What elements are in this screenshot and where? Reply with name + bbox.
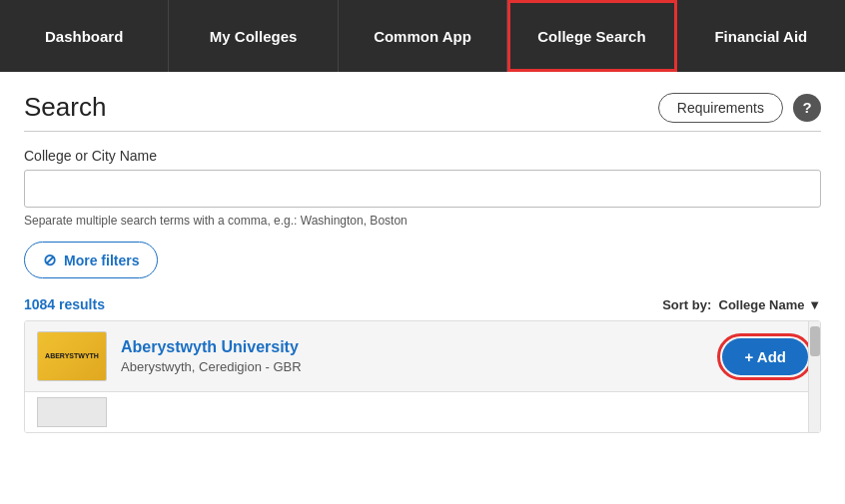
tab-financial-aid[interactable]: Financial Aid [677, 0, 845, 72]
search-field-label: College or City Name [24, 148, 821, 164]
college-logo: ABERYSTWYTH [37, 331, 107, 381]
results-list: ABERYSTWYTH Aberystwyth University Abery… [24, 320, 821, 433]
main-content: Search Requirements ? College or City Na… [0, 72, 845, 453]
table-row [25, 392, 820, 432]
college-info: Aberystwyth University Aberystwyth, Cere… [121, 338, 708, 374]
college-location: Aberystwyth, Ceredigion - GBR [121, 359, 708, 374]
logo-text: ABERYSTWYTH [45, 352, 99, 360]
search-header: Search Requirements ? [24, 92, 821, 123]
search-hint: Separate multiple search terms with a co… [24, 214, 821, 228]
college-logo-placeholder [37, 397, 107, 427]
filter-icon: ⊘ [43, 251, 56, 269]
scrollbar-track[interactable] [808, 321, 820, 432]
filters-label: More filters [64, 252, 139, 268]
sort-by[interactable]: Sort by: College Name ▼ [662, 297, 821, 312]
tab-my-colleges[interactable]: My Colleges [169, 0, 338, 72]
scrollbar-thumb [810, 326, 820, 356]
tab-common-app[interactable]: Common App [339, 0, 507, 72]
results-count: 1084 results [24, 296, 105, 312]
table-row: ABERYSTWYTH Aberystwyth University Abery… [25, 321, 820, 392]
results-bar: 1084 results Sort by: College Name ▼ [24, 296, 821, 312]
tab-dashboard[interactable]: Dashboard [0, 0, 169, 72]
sort-value: College Name [719, 297, 805, 312]
help-button[interactable]: ? [793, 94, 821, 122]
add-college-button[interactable]: + Add [722, 338, 808, 375]
tab-college-search[interactable]: College Search [507, 0, 676, 72]
search-input[interactable] [24, 170, 821, 208]
top-nav: Dashboard My Colleges Common App College… [0, 0, 845, 72]
sort-chevron-icon: ▼ [808, 297, 821, 312]
more-filters-button[interactable]: ⊘ More filters [24, 242, 158, 278]
college-name: Aberystwyth University [121, 338, 708, 356]
sort-label: Sort by: [662, 297, 711, 312]
requirements-button[interactable]: Requirements [658, 93, 783, 123]
page-title: Search [24, 92, 106, 123]
header-divider [24, 131, 821, 132]
header-actions: Requirements ? [658, 93, 821, 123]
